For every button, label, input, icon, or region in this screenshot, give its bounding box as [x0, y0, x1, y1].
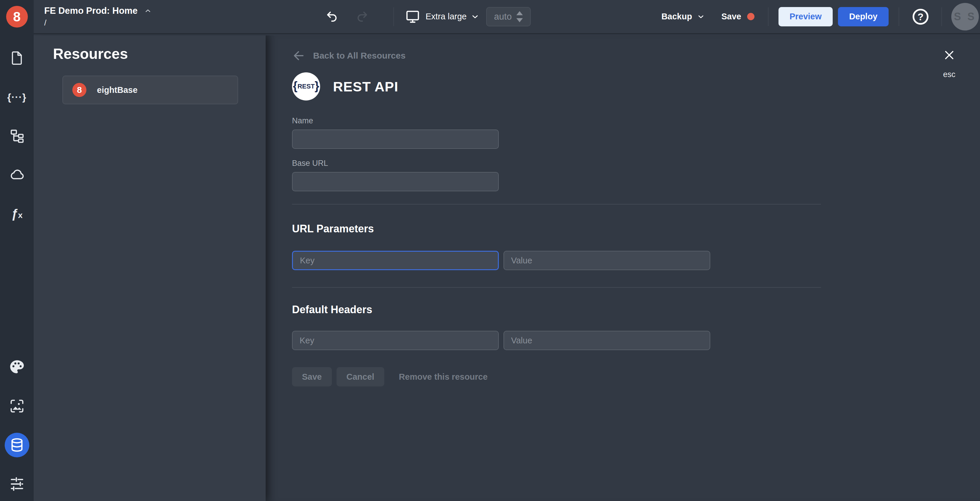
undo-icon	[325, 10, 339, 24]
header-value-input[interactable]	[503, 331, 710, 350]
close-icon	[943, 49, 955, 61]
chevron-down-icon	[471, 12, 479, 21]
project-title: FE Demo Prod: Home	[44, 6, 138, 16]
sidebar-item-cloud[interactable]	[5, 163, 29, 187]
sidebar-item-assets[interactable]	[5, 394, 29, 418]
code-braces-icon: {···}	[7, 91, 26, 103]
topbar-separator	[768, 7, 768, 26]
rail-bottom-group	[5, 355, 29, 496]
backup-label: Backup	[661, 12, 692, 21]
topbar-separator	[941, 7, 942, 26]
url-parameters-row	[292, 251, 821, 270]
breakpoint-label: Extra large	[426, 12, 466, 21]
close-button[interactable]	[943, 49, 955, 61]
functions-icon: ƒx	[11, 207, 22, 221]
monitor-icon	[405, 9, 420, 24]
resource-list-item-eightbase[interactable]: 8 eightBase	[62, 76, 238, 104]
eightbase-logo: 8	[72, 83, 86, 97]
name-input[interactable]	[292, 129, 499, 149]
sidebar-item-settings[interactable]	[5, 472, 29, 496]
sidebar-item-theme[interactable]	[5, 355, 29, 380]
back-label: Back to All Resources	[313, 51, 406, 61]
name-label: Name	[292, 116, 821, 125]
url-param-value-input[interactable]	[503, 251, 710, 270]
resource-form: Name Base URL URL Parameters Default Hea…	[292, 116, 821, 386]
save-label: Save	[721, 12, 741, 21]
base-url-label: Base URL	[292, 159, 821, 168]
chevron-up-icon[interactable]	[144, 7, 152, 14]
avatar-initials: S S	[954, 11, 976, 23]
sidebar-item-pages[interactable]	[5, 46, 29, 70]
resource-editor: Back to All Resources esc {REST} REST AP…	[266, 35, 980, 501]
sidebar-item-code[interactable]: {···}	[5, 85, 29, 109]
url-param-key-input[interactable]	[292, 251, 499, 270]
user-avatar[interactable]: S S	[951, 3, 979, 30]
chevron-down-icon	[697, 13, 705, 21]
url-parameters-title: URL Parameters	[292, 223, 821, 235]
unsaved-changes-dot	[747, 13, 754, 20]
assets-image-icon	[9, 398, 25, 414]
history-controls	[325, 0, 369, 33]
cloud-icon	[9, 167, 25, 183]
width-value: auto	[494, 11, 512, 22]
theme-palette-icon	[9, 359, 25, 375]
back-to-resources-button[interactable]: Back to All Resources	[292, 49, 406, 62]
base-url-field-group: Base URL	[292, 159, 821, 191]
backup-button[interactable]: Backup	[661, 12, 705, 21]
form-save-button[interactable]: Save	[292, 367, 332, 386]
project-title-block[interactable]: FE Demo Prod: Home /	[44, 6, 208, 27]
topbar-separator	[393, 7, 394, 26]
deploy-button[interactable]: Deploy	[838, 7, 889, 26]
help-icon: ?	[912, 8, 930, 26]
help-button[interactable]: ?	[912, 8, 930, 26]
width-stepper-wrap: auto	[486, 0, 531, 33]
esc-hint-label: esc	[943, 70, 955, 79]
base-url-input[interactable]	[292, 172, 499, 191]
form-actions: Save Cancel Remove this resource	[292, 367, 821, 386]
resource-header: {REST} REST API	[292, 72, 398, 101]
width-stepper[interactable]: auto	[486, 7, 531, 26]
form-cancel-button[interactable]: Cancel	[337, 367, 384, 386]
component-tree-icon	[10, 128, 25, 144]
default-headers-title: Default Headers	[292, 303, 821, 316]
stepper-arrows[interactable]	[516, 11, 523, 22]
redo-icon	[356, 10, 369, 24]
save-button[interactable]: Save	[721, 12, 754, 21]
header-key-input[interactable]	[292, 331, 499, 350]
default-headers-row	[292, 331, 821, 350]
left-icon-rail: 8 {···} ƒx	[0, 0, 34, 501]
resources-panel-title: Resources	[53, 45, 128, 62]
sidebar-item-component-tree[interactable]	[5, 124, 29, 148]
top-bar: FE Demo Prod: Home / Extra large auto	[34, 0, 980, 34]
svg-text:?: ?	[918, 11, 924, 22]
stepper-up-icon[interactable]	[516, 11, 523, 15]
settings-sliders-icon	[9, 476, 25, 492]
resources-panel: Resources 8 eightBase	[34, 35, 266, 501]
stepper-down-icon[interactable]	[516, 18, 523, 22]
rail-nav: {···} ƒx	[0, 46, 34, 501]
section-divider	[292, 287, 821, 288]
remove-resource-button[interactable]: Remove this resource	[399, 372, 488, 382]
redo-button[interactable]	[356, 10, 369, 24]
app-logo-glyph: 8	[13, 9, 21, 25]
pages-icon	[9, 50, 25, 66]
topbar-separator	[899, 7, 899, 26]
resource-title: REST API	[333, 78, 398, 95]
current-page-path: /	[44, 18, 208, 27]
resource-item-label: eightBase	[97, 85, 138, 95]
close-block: esc	[943, 49, 955, 79]
rest-api-logo: {REST}	[292, 72, 320, 101]
undo-button[interactable]	[325, 10, 339, 24]
back-arrow-icon	[292, 49, 305, 62]
name-field-group: Name	[292, 116, 821, 149]
breakpoint-selector[interactable]: Extra large	[405, 0, 479, 33]
sidebar-item-data[interactable]	[5, 433, 29, 457]
sidebar-item-functions[interactable]: ƒx	[5, 201, 29, 226]
app-logo[interactable]: 8	[6, 6, 28, 27]
database-icon	[9, 437, 25, 453]
preview-button[interactable]: Preview	[778, 7, 833, 26]
topbar-right-group: Backup Save Preview Deploy ? S S	[661, 3, 977, 30]
section-divider	[292, 204, 821, 204]
